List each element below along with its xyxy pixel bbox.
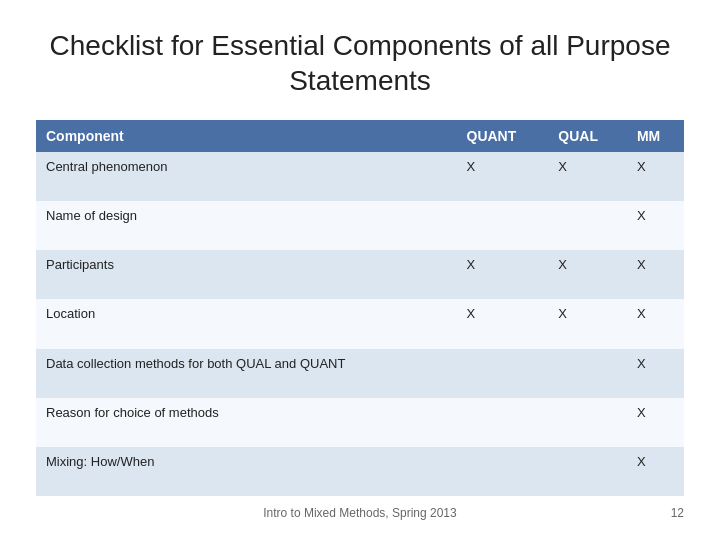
cell-mm: X bbox=[627, 201, 684, 250]
cell-component: Name of design bbox=[36, 201, 457, 250]
cell-component: Mixing: How/When bbox=[36, 447, 457, 496]
cell-component: Location bbox=[36, 299, 457, 348]
header-qual: QUAL bbox=[548, 120, 627, 152]
table-row: LocationXXX bbox=[36, 299, 684, 348]
header-quant: QUANT bbox=[457, 120, 549, 152]
cell-quant: X bbox=[457, 152, 549, 201]
header-component: Component bbox=[36, 120, 457, 152]
table-row: Name of designX bbox=[36, 201, 684, 250]
cell-qual: X bbox=[548, 250, 627, 299]
header-mm: MM bbox=[627, 120, 684, 152]
cell-qual bbox=[548, 349, 627, 398]
table-row: ParticipantsXXX bbox=[36, 250, 684, 299]
cell-component: Participants bbox=[36, 250, 457, 299]
cell-quant bbox=[457, 349, 549, 398]
cell-quant: X bbox=[457, 250, 549, 299]
cell-quant bbox=[457, 447, 549, 496]
table-row: Central phenomenonXXX bbox=[36, 152, 684, 201]
table-row: Reason for choice of methodsX bbox=[36, 398, 684, 447]
page-container: Checklist for Essential Components of al… bbox=[0, 0, 720, 540]
table-header-row: Component QUANT QUAL MM bbox=[36, 120, 684, 152]
cell-component: Reason for choice of methods bbox=[36, 398, 457, 447]
cell-qual: X bbox=[548, 299, 627, 348]
cell-mm: X bbox=[627, 152, 684, 201]
cell-mm: X bbox=[627, 349, 684, 398]
footer-page-number: 12 bbox=[671, 506, 684, 520]
cell-qual bbox=[548, 447, 627, 496]
page-title: Checklist for Essential Components of al… bbox=[36, 28, 684, 98]
table-row: Data collection methods for both QUAL an… bbox=[36, 349, 684, 398]
cell-qual: X bbox=[548, 152, 627, 201]
cell-component: Data collection methods for both QUAL an… bbox=[36, 349, 457, 398]
checklist-table: Component QUANT QUAL MM Central phenomen… bbox=[36, 120, 684, 496]
cell-mm: X bbox=[627, 250, 684, 299]
table-row: Mixing: How/WhenX bbox=[36, 447, 684, 496]
cell-mm: X bbox=[627, 398, 684, 447]
cell-qual bbox=[548, 201, 627, 250]
cell-component: Central phenomenon bbox=[36, 152, 457, 201]
cell-qual bbox=[548, 398, 627, 447]
cell-mm: X bbox=[627, 447, 684, 496]
cell-quant: X bbox=[457, 299, 549, 348]
footer-text: Intro to Mixed Methods, Spring 2013 bbox=[263, 506, 456, 520]
footer: Intro to Mixed Methods, Spring 2013 12 bbox=[36, 506, 684, 520]
cell-quant bbox=[457, 201, 549, 250]
cell-mm: X bbox=[627, 299, 684, 348]
cell-quant bbox=[457, 398, 549, 447]
